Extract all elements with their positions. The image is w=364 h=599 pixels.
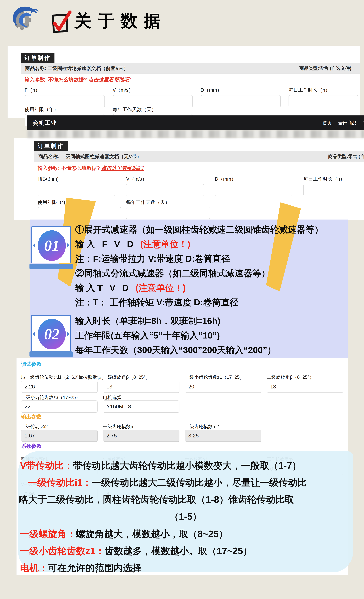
tip-line-z1: 一级小齿轮齿数z1：齿数越多，模数越小。取（17~25） (20, 545, 252, 557)
tip-line-i1: 一级传动比i1：一级传动比越大二级传动比越小，尽量让一级传动比 (28, 476, 307, 489)
red-check-icon (54, 12, 71, 29)
nav-link-home[interactable]: 首页 (323, 120, 332, 125)
note-line: 工作年限(五年输入“5”十年输入“10”) (75, 330, 220, 342)
step-badge-02-base (29, 352, 73, 357)
help-link-1[interactable]: 点击这里看帮助吧! (88, 77, 131, 82)
tab-order-make-1: 订单制作 (21, 53, 54, 63)
field-label-v1: V（m/s） (113, 87, 133, 93)
field-label-d1: D（mm） (201, 87, 222, 93)
chevron-left-icon (33, 243, 36, 248)
chevron-right-icon (67, 243, 69, 248)
input-d2[interactable] (215, 184, 293, 196)
debug-label-z3: 二级小齿轮齿数z3（17~25） (21, 394, 80, 401)
input-v1[interactable] (113, 95, 193, 107)
field-label-days2: 每年工作天数（天） (126, 199, 170, 206)
product-type-2: 商品类型:零售 (自 (328, 151, 364, 162)
input-hours1[interactable] (289, 95, 358, 107)
top-navbar: 奕帆工业 首页 全部商品 常 (27, 115, 364, 130)
product-bar-2: 商品名称: 二级同轴式圆柱减速器文档（无V带） 商品类型:零售 (自 (34, 151, 364, 162)
tip-line-range: （1-5） (18, 510, 353, 523)
input-torque[interactable] (38, 184, 115, 196)
help-row-2: 输入参数: 不懂怎么填数据? 点击这里看帮助吧! (38, 165, 144, 171)
tip-line-motor: 电机：可在允许的范围内选择 (20, 562, 142, 574)
field-label-torque: 扭矩t(nm) (38, 176, 59, 182)
help-row-1: 输入参数: 不懂怎么填数据? 点击这里看帮助吧! (25, 76, 131, 83)
field-label-years1: 使用年限（年） (25, 106, 59, 113)
debug-input-beta2[interactable] (267, 381, 343, 393)
step-number-01: 01 (38, 230, 66, 261)
step-badge-02: 02 (31, 315, 71, 352)
debug-input-beta1[interactable] (103, 381, 179, 393)
section-coeff-params: 系数参数 (21, 443, 42, 449)
output-label-i2: 二级传动比i2 (21, 423, 48, 430)
debug-label-z1: 一级小齿轮齿数z1（17~25） (185, 374, 244, 380)
input-v2[interactable] (126, 184, 204, 196)
input-f[interactable] (25, 95, 105, 107)
note-line: 输入 F V D (注意单位！) (75, 238, 190, 250)
debug-input-z3[interactable] (21, 400, 98, 413)
field-label-days1: 每年工作天数（天） (113, 106, 156, 113)
output-input-i2 (21, 430, 98, 442)
checkbox-icon (52, 14, 68, 33)
input-d1[interactable] (201, 95, 281, 107)
field-label-hours1: 每日工作时长（h） (289, 87, 330, 93)
tip-line-vbelt: V带传动比：带传动比越大齿轮传动比越小模数变大，一般取（1-7） (20, 459, 302, 472)
field-label-d2: D（mm） (215, 176, 236, 182)
step-badge-01-base (29, 264, 73, 269)
output-label-m1: 一级齿轮模数m1 (103, 423, 137, 430)
product-bar-1: 商品名称: 二级圆柱齿轮减速器文档（前置V带） 商品类型:零售 (自选文件) (21, 63, 360, 74)
field-label-f: F（n） (25, 87, 40, 93)
note-line: 输入时长（单班制=8h，双班制=16h) (75, 315, 221, 327)
tip-line-i1-cont: 略大于二级传动比，圆柱齿轮齿轮传动比取（1-8）锥齿轮传动比取 (19, 493, 294, 506)
note-line: ②同轴式分流式减速器（如二级同轴式减速器等） (75, 267, 270, 279)
blurred-screenshot-edge (27, 130, 364, 138)
note-line: 注：T： 工作轴转矩 V:带速度 D:卷筒直径 (75, 297, 239, 308)
output-input-m1 (103, 430, 179, 442)
debug-label-beta2: 二级螺旋角β（8~25°） (267, 374, 314, 380)
section-debug-params: 调试参数 (21, 361, 42, 368)
product-type-1: 商品类型:零售 (自选文件) (299, 63, 351, 74)
help-prefix-1: 输入参数: 不懂怎么填数据? (25, 77, 88, 82)
field-label-hours2: 每日工作时长（h） (303, 176, 345, 182)
input-hours2[interactable] (303, 184, 364, 196)
tip-line-helix: 一级螺旋角：螺旋角越大，模数越小，取（8~25） (20, 528, 228, 540)
note-line: 每年工作天数（300天输入“300”200天输入“200”） (75, 344, 276, 356)
debug-label-beta1: 一级螺旋角β（8~25°） (103, 374, 150, 380)
chevron-right-icon (67, 331, 69, 336)
output-label-m2: 二级齿轮模数m2 (185, 423, 219, 430)
section-output-params: 输出参数 (21, 413, 42, 420)
step-number-02: 02 (38, 319, 66, 349)
note-line: 注：F:运输带拉力 V:带速度 D:卷筒直径 (75, 253, 230, 265)
page: 关于数据 订单制作 商品名称: 二级圆柱齿轮减速器文档（前置V带） 商品类型:零… (0, 0, 364, 599)
help-link-2[interactable]: 点击这里看帮助吧! (101, 165, 144, 171)
note-line: ①展开式减速器（如一级圆柱齿轮减速二级圆锥齿轮减速器等） (75, 224, 323, 236)
nav-brand: 奕帆工业 (33, 115, 57, 130)
debug-input-motor[interactable] (103, 400, 179, 413)
input-days2[interactable] (126, 207, 210, 219)
debug-label-motor: 电机选择 (103, 394, 121, 401)
debug-input-i1[interactable] (21, 381, 98, 393)
help-prefix-2: 输入参数: 不懂怎么填数据? (38, 165, 101, 171)
page-title: 关于数据 (75, 10, 167, 32)
output-input-m2 (185, 430, 261, 442)
debug-label-i1: 取一级齿轮传动比i1（2~6尽量按照默认） (21, 374, 106, 380)
nav-link-truncated[interactable]: 常 (363, 120, 364, 125)
product-name-2: 商品名称: 二级同轴式圆柱减速器文档（无V带） (34, 154, 142, 159)
field-label-v2: V（m/s） (126, 176, 147, 182)
brand-logo-gear-swirl-icon (9, 5, 43, 36)
step-badge-01: 01 (31, 226, 71, 264)
product-name-1: 商品名称: 二级圆柱齿轮减速器文档（前置V带） (21, 66, 128, 71)
note-line: 输入T V D (注意单位！) (75, 282, 186, 294)
debug-input-z1[interactable] (185, 381, 261, 393)
nav-link-all-products[interactable]: 全部商品 (338, 120, 357, 125)
order-form-card-1: 订单制作 商品名称: 二级圆柱齿轮减速器文档（前置V带） 商品类型:零售 (自选… (8, 46, 360, 118)
tab-order-make-2: 订单制作 (34, 141, 68, 151)
chevron-left-icon (33, 331, 36, 336)
nav-links: 首页 全部商品 常 (317, 115, 364, 130)
